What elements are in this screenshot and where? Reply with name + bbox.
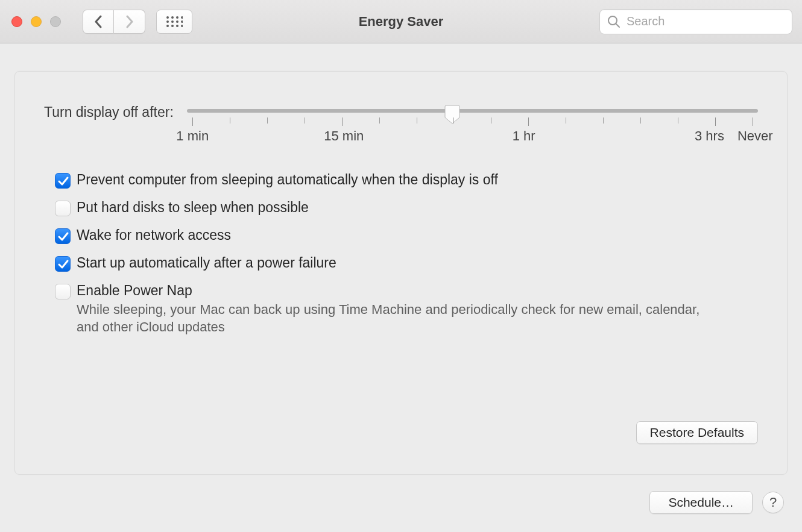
tick-label-1hr: 1 hr: [513, 128, 535, 144]
tick-label-1min: 1 min: [176, 128, 209, 144]
nav-group: [83, 10, 145, 34]
svg-point-11: [181, 25, 183, 27]
search-input[interactable]: [627, 14, 785, 28]
svg-point-10: [176, 25, 178, 27]
svg-point-3: [181, 16, 183, 19]
option-power-failure[interactable]: Start up automatically after a power fai…: [55, 255, 758, 272]
checkbox-wake-network[interactable]: [55, 228, 71, 244]
svg-line-13: [616, 23, 620, 27]
option-list: Prevent computer from sleeping automatic…: [55, 172, 758, 336]
tick-label-15min: 15 min: [324, 128, 364, 144]
svg-point-7: [181, 20, 183, 23]
svg-point-4: [166, 20, 169, 23]
check-icon: [57, 175, 69, 187]
desc-power-nap: While sleeping, your Mac can back up usi…: [77, 301, 722, 336]
forward-button[interactable]: [114, 10, 145, 34]
schedule-button[interactable]: Schedule…: [649, 491, 753, 514]
grid-icon: [166, 16, 183, 28]
footer: Schedule… ?: [649, 491, 784, 514]
option-prevent-sleep[interactable]: Prevent computer from sleeping automatic…: [55, 172, 758, 189]
zoom-button[interactable]: [50, 16, 61, 27]
slider-track: [187, 109, 758, 113]
schedule-label: Schedule…: [668, 495, 734, 510]
label-wake-network: Wake for network access: [77, 227, 231, 243]
minimize-button[interactable]: [31, 16, 42, 27]
label-power-nap: Enable Power Nap: [77, 283, 722, 299]
slider-ticks: [187, 117, 758, 126]
search-icon: [607, 15, 620, 28]
label-power-failure: Start up automatically after a power fai…: [77, 255, 336, 271]
svg-point-8: [166, 25, 169, 27]
checkbox-prevent-sleep[interactable]: [55, 173, 71, 189]
checkbox-hard-disks[interactable]: [55, 201, 71, 216]
svg-point-1: [171, 16, 174, 19]
check-icon: [57, 231, 69, 243]
display-off-row: Turn display off after: 1 min 15 min 1 h…: [44, 104, 758, 145]
option-power-nap[interactable]: Enable Power Nap While sleeping, your Ma…: [55, 283, 758, 336]
show-all-button[interactable]: [156, 10, 192, 34]
svg-point-6: [176, 20, 178, 23]
energy-saver-panel: Turn display off after: 1 min 15 min 1 h…: [14, 71, 788, 475]
window-titlebar: Energy Saver: [0, 0, 802, 43]
search-field[interactable]: [599, 9, 792, 34]
tick-label-3hrs: 3 hrs: [695, 128, 724, 144]
option-wake-network[interactable]: Wake for network access: [55, 227, 758, 244]
display-off-slider[interactable]: 1 min 15 min 1 hr 3 hrs Never: [187, 104, 758, 145]
question-mark-icon: ?: [769, 495, 777, 510]
svg-point-0: [166, 16, 169, 19]
label-hard-disks: Put hard disks to sleep when possible: [77, 199, 309, 216]
checkbox-power-failure[interactable]: [55, 256, 71, 272]
svg-point-9: [171, 25, 174, 27]
chevron-right-icon: [125, 15, 134, 28]
chevron-left-icon: [93, 15, 103, 28]
check-icon: [57, 258, 69, 271]
close-button[interactable]: [11, 16, 22, 27]
slider-tick-labels: 1 min 15 min 1 hr 3 hrs Never: [187, 128, 758, 145]
option-hard-disks[interactable]: Put hard disks to sleep when possible: [55, 199, 758, 216]
tick-label-never: Never: [737, 128, 773, 144]
checkbox-power-nap[interactable]: [55, 284, 71, 299]
help-button[interactable]: ?: [762, 492, 784, 513]
label-prevent-sleep: Prevent computer from sleeping automatic…: [77, 172, 498, 188]
svg-point-2: [176, 16, 178, 19]
back-button[interactable]: [83, 10, 114, 34]
restore-defaults-label: Restore Defaults: [650, 425, 744, 440]
restore-defaults-button[interactable]: Restore Defaults: [636, 421, 758, 444]
display-off-label: Turn display off after:: [44, 104, 174, 120]
traffic-lights: [11, 16, 61, 27]
svg-point-5: [171, 20, 174, 23]
